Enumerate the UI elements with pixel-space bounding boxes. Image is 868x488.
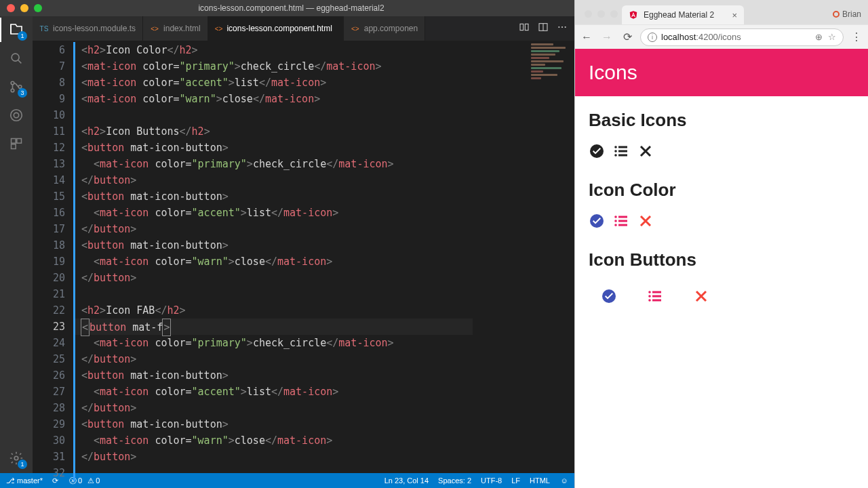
icon-button-check[interactable]: [595, 283, 623, 310]
svg-point-28: [614, 224, 617, 226]
svg-rect-11: [525, 24, 528, 30]
section-icon-color: Icon Color: [589, 180, 854, 201]
svg-rect-34: [652, 296, 661, 298]
tab-label: icons-lesson.component.html: [226, 24, 332, 33]
site-info-icon[interactable]: i: [648, 33, 657, 42]
tab-label: app.componen: [364, 24, 418, 33]
close-window-button[interactable]: [7, 4, 15, 12]
html-file-icon: <>: [150, 24, 159, 33]
check-circle-icon: [601, 288, 617, 304]
extensions-icon[interactable]: [7, 134, 26, 153]
window-controls: [0, 4, 49, 12]
svg-rect-32: [652, 291, 661, 293]
svg-point-13: [558, 26, 559, 28]
url-path: /icons: [718, 32, 741, 42]
language-mode[interactable]: HTML: [530, 476, 550, 485]
profile-avatar-icon: [833, 11, 840, 18]
svg-rect-10: [520, 24, 524, 30]
line-gutter: 6789101112131415161718192021222324252627…: [33, 41, 75, 473]
svg-point-24: [614, 216, 617, 218]
close-icon: [693, 288, 709, 304]
scm-badge: 3: [18, 88, 27, 98]
git-branch-icon: ⎇: [5, 476, 15, 485]
svg-point-9: [14, 456, 18, 460]
activity-bar: 1 3 1: [0, 16, 33, 473]
gear-badge: 1: [18, 460, 27, 469]
tab-actions: [512, 16, 574, 41]
compare-icon[interactable]: [519, 22, 530, 35]
tab-component-html[interactable]: <> icons-lesson.component.html: [208, 16, 344, 41]
split-editor-icon[interactable]: [538, 22, 549, 35]
svg-point-0: [12, 54, 19, 61]
more-icon[interactable]: [557, 22, 568, 35]
browser-profile[interactable]: Brian: [826, 9, 868, 24]
zoom-window-button[interactable]: [610, 10, 618, 18]
zoom-icon[interactable]: ⊕: [815, 32, 823, 42]
tab-module-ts[interactable]: TS icons-lesson.module.ts: [33, 16, 143, 41]
source-control-icon[interactable]: 3: [7, 77, 26, 96]
svg-rect-7: [17, 139, 22, 144]
tab-label: icons-lesson.module.ts: [53, 24, 136, 33]
code-content[interactable]: <h2>Icon Color</h2><mat-icon color="prim…: [75, 41, 527, 473]
svg-point-17: [614, 146, 617, 148]
minimap[interactable]: [527, 41, 574, 473]
list-icon: [613, 213, 629, 229]
icon-button-close[interactable]: [688, 283, 715, 310]
section-basic-icons: Basic Icons: [589, 110, 854, 131]
vscode-titlebar: icons-lesson.component.html — egghead-ma…: [0, 0, 574, 16]
browser-toolbar: ← → ⟳ i localhost:4200/icons ⊕ ☆ ⋮: [575, 24, 868, 49]
forward-button[interactable]: →: [599, 31, 614, 43]
page-content: Icons Basic Icons Icon Color Icon Button…: [575, 49, 868, 488]
section-icon-buttons: Icon Buttons: [589, 249, 854, 270]
svg-point-31: [648, 291, 651, 293]
close-icon: [637, 143, 654, 159]
typescript-file-icon: TS: [39, 24, 49, 33]
feedback-icon[interactable]: ☺: [559, 476, 569, 485]
search-icon[interactable]: [7, 49, 26, 68]
close-tab-icon[interactable]: ×: [732, 10, 737, 20]
list-icon: [647, 288, 663, 304]
svg-rect-25: [618, 216, 627, 218]
browser-window: Egghead Material 2 × Brian ← → ⟳ i local…: [574, 0, 868, 488]
list-icon: [613, 143, 629, 159]
explorer-badge: 1: [18, 31, 27, 41]
svg-rect-22: [618, 155, 627, 157]
svg-rect-29: [618, 224, 627, 226]
close-window-button[interactable]: [585, 10, 592, 18]
page-header: Icons: [575, 49, 868, 96]
minimize-window-button[interactable]: [597, 10, 605, 18]
svg-point-2: [11, 89, 14, 92]
browser-tab[interactable]: Egghead Material 2 ×: [622, 5, 744, 24]
close-icon: [637, 213, 654, 229]
zoom-window-button[interactable]: [34, 4, 42, 12]
settings-gear-icon[interactable]: 1: [7, 449, 26, 468]
html-file-icon: <>: [215, 24, 223, 33]
code-editor[interactable]: 6789101112131415161718192021222324252627…: [33, 41, 574, 473]
vscode-window: icons-lesson.component.html — egghead-ma…: [0, 0, 574, 488]
debug-icon[interactable]: [7, 106, 26, 125]
browser-window-controls: [580, 10, 622, 24]
check-circle-icon: [589, 143, 605, 159]
minimize-window-button[interactable]: [20, 4, 28, 12]
svg-point-33: [648, 295, 651, 298]
explorer-icon[interactable]: 1: [7, 20, 26, 39]
browser-menu-icon[interactable]: ⋮: [849, 30, 864, 43]
svg-point-26: [614, 220, 617, 222]
icon-button-list[interactable]: [642, 283, 669, 310]
svg-point-21: [614, 154, 617, 157]
bookmark-icon[interactable]: ☆: [828, 32, 836, 42]
tab-label: index.html: [163, 24, 201, 33]
svg-point-1: [11, 81, 14, 85]
svg-rect-8: [12, 144, 16, 149]
editor-tabs: TS icons-lesson.module.ts <> index.html …: [33, 16, 574, 41]
browser-tab-title: Egghead Material 2: [644, 10, 714, 20]
url-host: localhost: [661, 32, 696, 42]
reload-button[interactable]: ⟳: [620, 30, 635, 43]
window-title: icons-lesson.component.html — egghead-ma…: [49, 3, 534, 13]
back-button[interactable]: ←: [579, 31, 594, 43]
tab-index-html[interactable]: <> index.html: [143, 16, 208, 41]
tab-app-component[interactable]: <> app.componen: [344, 16, 425, 41]
svg-point-15: [565, 26, 566, 28]
svg-rect-27: [618, 220, 627, 222]
address-bar[interactable]: i localhost:4200/icons ⊕ ☆: [640, 28, 844, 46]
